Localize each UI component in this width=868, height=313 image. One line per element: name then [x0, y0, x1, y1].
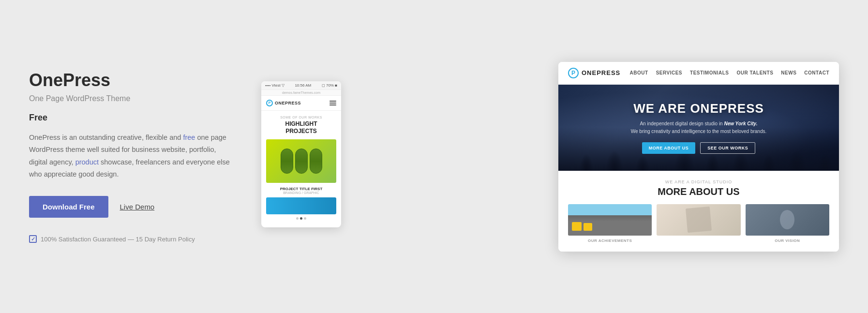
desktop-about-section: WE ARE A DIGITAL STUDIO MORE ABOUT US	[558, 171, 839, 252]
cucumber-2	[295, 149, 308, 174]
theme-price: Free	[29, 113, 232, 123]
theme-title: OnePress	[29, 70, 232, 90]
about-image-3	[746, 204, 829, 236]
mobile-dot-2	[300, 217, 302, 220]
theme-description: OnePress is an outstanding creative, fle…	[29, 132, 232, 181]
hero-more-about-button[interactable]: MORE ABOUT US	[642, 142, 696, 154]
mobile-project-strip	[266, 197, 336, 214]
mobile-preview: •••• Vtest ▽ 10:56 AM ◻ 70% ■ demos.fame…	[261, 81, 341, 227]
hero-city: New York City.	[724, 121, 757, 126]
about-img-label-1: OUR ACHIEVEMENTS	[568, 238, 652, 243]
mobile-logo-text: ONEPRESS	[275, 101, 301, 105]
nav-link-testimonials[interactable]: TESTIMONIALS	[690, 70, 729, 75]
desktop-logo-letter: P	[571, 70, 575, 76]
desktop-logo-name: ONEPRESS	[582, 69, 620, 76]
mobile-menu-icon[interactable]	[329, 101, 336, 105]
desktop-nav: P ONEPRESS ABOUT SERVICES TESTIMONIALS O…	[558, 62, 839, 85]
livedemo-button[interactable]: Live Demo	[120, 203, 155, 211]
about-images	[568, 204, 829, 236]
mobile-logo-area: ONEPRESS	[266, 100, 301, 106]
left-section: OnePress One Page WordPress Theme Free O…	[29, 60, 232, 253]
hero-buttons: MORE ABOUT US SEE OUR WORKS	[631, 142, 767, 154]
about-image-labels: OUR ACHIEVEMENTS OUR VISION	[568, 238, 829, 243]
desktop-hero: WE ARE ONEPRESS An independent digital d…	[558, 85, 839, 171]
mobile-content: SOME OF OUR WORKS HIGHLIGHTPROJECTS PROJ…	[261, 111, 341, 227]
mobile-nav: ONEPRESS	[261, 96, 341, 111]
theme-subtitle: One Page WordPress Theme	[29, 94, 232, 103]
hero-subtitle: An independent digital design studio in …	[631, 120, 767, 135]
mobile-dot-3	[304, 217, 306, 220]
nav-link-ourtalents[interactable]: OUR TALENTS	[736, 70, 773, 75]
page-wrapper: OnePress One Page WordPress Theme Free O…	[0, 0, 868, 313]
satisfaction-row: 100% Satisfaction Guaranteed — 15 Day Re…	[29, 235, 232, 243]
mobile-dots	[266, 214, 336, 223]
hero-content: WE ARE ONEPRESS An independent digital d…	[621, 101, 777, 154]
about-image-2	[657, 204, 740, 236]
about-label: WE ARE A DIGITAL STUDIO	[568, 179, 829, 184]
hero-subtitle-line2: We bring creativity and intelligence to …	[631, 129, 767, 134]
mobile-project-image	[266, 139, 336, 183]
mobile-project-info: PROJECT TITLE FIRST BRANDING / GRAPHIC	[266, 187, 336, 194]
status-center: 10:56 AM	[295, 83, 311, 88]
satisfaction-text: 100% Satisfaction Guaranteed — 15 Day Re…	[41, 236, 195, 243]
mobile-project-sub: BRANDING / GRAPHIC	[266, 191, 336, 194]
product-link[interactable]: product	[75, 158, 99, 166]
status-left: •••• Vtest ▽	[265, 83, 284, 88]
checkbox-icon	[29, 235, 37, 243]
about-title: MORE ABOUT US	[568, 186, 829, 197]
nav-link-contact[interactable]: CONTACT	[804, 70, 829, 75]
about-img-label-3: OUR VISION	[746, 238, 829, 243]
mobile-status-bar: •••• Vtest ▽ 10:56 AM ◻ 70% ■	[261, 81, 341, 90]
nav-link-services[interactable]: SERVICES	[656, 70, 682, 75]
mobile-logo-circle	[266, 100, 273, 106]
download-button[interactable]: Download Free	[29, 196, 108, 218]
about-img-label-2	[657, 238, 740, 243]
mobile-project-title: PROJECT TITLE FIRST	[266, 187, 336, 191]
desktop-logo-circle: P	[568, 68, 579, 78]
desktop-nav-links: ABOUT SERVICES TESTIMONIALS OUR TALENTS …	[630, 70, 829, 75]
mobile-dot-1	[296, 217, 299, 220]
cucumber-1	[281, 149, 293, 174]
mobile-url: demos.fameThemes.com	[261, 90, 341, 96]
hero-see-works-button[interactable]: SEE OUR WORKS	[700, 142, 755, 154]
about-image-1	[568, 204, 652, 236]
status-right: ◻ 70% ■	[322, 83, 337, 88]
free-link[interactable]: free	[183, 134, 195, 141]
buttons-row: Download Free Live Demo	[29, 196, 232, 218]
nav-link-news[interactable]: NEWS	[781, 70, 796, 75]
nav-link-about[interactable]: ABOUT	[630, 70, 648, 75]
desktop-preview: P ONEPRESS ABOUT SERVICES TESTIMONIALS O…	[558, 62, 839, 252]
mobile-section-label: SOME OF OUR WORKS	[266, 116, 336, 119]
desktop-logo: P ONEPRESS	[568, 68, 620, 78]
cucumber-3	[310, 149, 322, 174]
hero-title: WE ARE ONEPRESS	[631, 101, 767, 116]
right-section: •••• Vtest ▽ 10:56 AM ◻ 70% ■ demos.fame…	[261, 62, 839, 252]
mobile-section-title: HIGHLIGHTPROJECTS	[266, 120, 336, 135]
